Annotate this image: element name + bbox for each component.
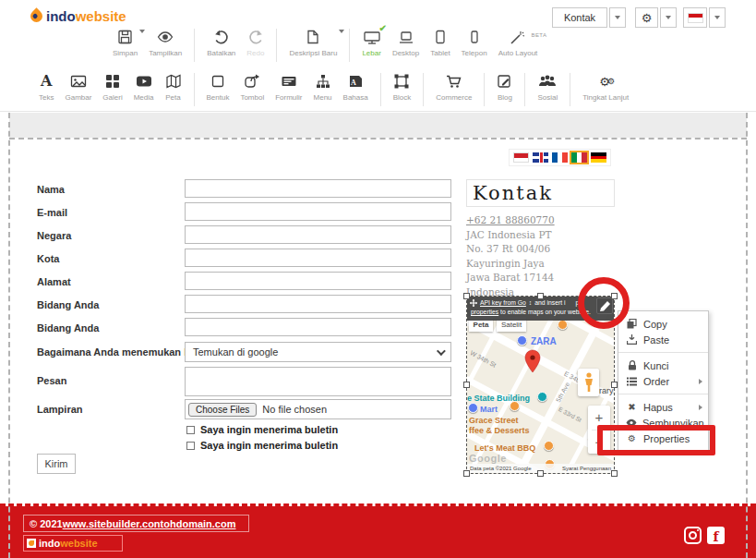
resize-handle[interactable] bbox=[463, 470, 470, 477]
properties-link[interactable]: properties bbox=[471, 309, 498, 315]
auto-layout-button[interactable]: BETA Auto Layout bbox=[493, 29, 544, 57]
element-commerce-button[interactable]: Commerce bbox=[430, 73, 477, 102]
map-poi-pin-icon[interactable] bbox=[558, 320, 568, 330]
input-bidang-1[interactable] bbox=[185, 295, 451, 313]
element-shape-button[interactable]: Bentuk bbox=[201, 73, 235, 102]
zara-label: ZARA bbox=[531, 336, 557, 346]
resize-handle[interactable] bbox=[463, 293, 470, 299]
attraction-pin-icon[interactable] bbox=[537, 392, 547, 402]
contact-heading-box[interactable]: Kontak bbox=[466, 179, 615, 207]
instagram-icon[interactable] bbox=[684, 527, 702, 544]
input-email[interactable] bbox=[185, 202, 451, 221]
resize-handle[interactable] bbox=[463, 382, 470, 388]
element-text-button[interactable]: A Teks bbox=[33, 73, 59, 102]
viewport-tablet-button[interactable]: Tablet bbox=[425, 29, 455, 57]
language-button[interactable] bbox=[683, 7, 707, 28]
checkbox-1[interactable] bbox=[186, 426, 195, 434]
element-image-button[interactable]: Gambar bbox=[59, 73, 97, 102]
map-marker-icon[interactable] bbox=[524, 349, 541, 373]
toolbar-separator bbox=[423, 73, 424, 106]
new-description-button[interactable]: Deskripsi Baru bbox=[283, 29, 342, 57]
save-button[interactable]: Simpan bbox=[107, 29, 143, 57]
element-advanced-button[interactable]: ⚙⚙ Tingkat Lanjut bbox=[577, 73, 634, 102]
app-logo[interactable]: indowebsite bbox=[30, 8, 126, 24]
checkbox-2[interactable] bbox=[186, 442, 195, 450]
settings-button[interactable]: ⚙ bbox=[635, 7, 658, 28]
label-email: E-mail bbox=[37, 207, 67, 218]
menu-item-delete[interactable]: ✖ Hapus bbox=[618, 399, 708, 415]
textarea-pesan[interactable] bbox=[185, 367, 451, 396]
flag-uk-icon[interactable] bbox=[533, 152, 548, 163]
page-selector[interactable]: Kontak bbox=[552, 7, 607, 28]
redo-button[interactable]: Redo bbox=[241, 29, 270, 57]
footer-site-link[interactable]: www.sitebuilder.contohdomain.com bbox=[63, 518, 236, 529]
toolbar-separator bbox=[380, 73, 381, 106]
resize-handle[interactable] bbox=[611, 382, 618, 388]
restaurant-pin-icon[interactable] bbox=[544, 441, 554, 451]
cafe-pin-icon[interactable] bbox=[510, 401, 520, 411]
preview-button[interactable]: Tampilkan bbox=[143, 29, 187, 57]
element-button-button[interactable]: Tombol bbox=[234, 73, 270, 102]
input-bidang-2[interactable] bbox=[185, 318, 451, 336]
zara-pin-icon[interactable] bbox=[517, 335, 527, 346]
flag-germany-icon[interactable] bbox=[591, 152, 606, 163]
file-status-text: No file chosen bbox=[262, 404, 327, 415]
input-kota[interactable] bbox=[185, 249, 451, 267]
flag-italy-icon[interactable] bbox=[571, 152, 587, 163]
menu-item-lock[interactable]: Kunci bbox=[618, 358, 708, 373]
move-icon[interactable] bbox=[470, 299, 477, 307]
element-social-button[interactable]: Sosial bbox=[532, 73, 563, 102]
element-map-button[interactable]: Peta bbox=[160, 73, 187, 102]
language-caret-button[interactable] bbox=[709, 7, 726, 28]
flag-indonesia-icon[interactable] bbox=[513, 152, 529, 163]
element-gallery-button[interactable]: Galeri bbox=[97, 73, 127, 102]
toolbar-separator bbox=[349, 29, 350, 62]
terms-link[interactable]: Syarat Penggunaan bbox=[562, 466, 611, 471]
phone-icon bbox=[466, 29, 483, 45]
chevron-down-icon bbox=[437, 346, 446, 356]
settings-caret-button[interactable] bbox=[660, 7, 677, 28]
select-menemukan[interactable]: Temukan di google bbox=[185, 342, 451, 362]
element-menu-button[interactable]: Menu bbox=[308, 73, 338, 102]
flag-france-icon[interactable] bbox=[552, 152, 568, 163]
element-blog-button[interactable]: Blog bbox=[491, 73, 518, 102]
resize-handle[interactable] bbox=[611, 470, 618, 477]
viewport-desktop-button[interactable]: Desktop bbox=[387, 29, 425, 57]
viewport-wide-button[interactable]: ✔ Lebar bbox=[356, 29, 386, 57]
footer-logo[interactable]: indowebsite bbox=[23, 535, 123, 552]
menu-item-order[interactable]: Order bbox=[618, 373, 708, 389]
file-input-lampiran[interactable]: Choose Files No file chosen bbox=[185, 399, 451, 419]
input-negara[interactable] bbox=[185, 225, 451, 244]
pegman-control[interactable] bbox=[578, 369, 599, 396]
mart-pin-icon[interactable] bbox=[468, 403, 478, 413]
new-description-caret-icon[interactable] bbox=[339, 30, 344, 33]
undo-button[interactable]: Batalkan bbox=[201, 29, 241, 57]
input-nama[interactable] bbox=[185, 179, 451, 198]
toolbar-separator bbox=[484, 73, 485, 106]
menu-item-copy[interactable]: Copy bbox=[618, 316, 708, 332]
play-video-icon bbox=[136, 73, 152, 90]
chevron-down-icon bbox=[666, 16, 671, 19]
laptop-icon bbox=[398, 29, 414, 45]
resize-handle[interactable] bbox=[537, 293, 544, 299]
element-media-button[interactable]: Media bbox=[128, 73, 160, 102]
resize-handle[interactable] bbox=[537, 470, 544, 477]
element-form-button[interactable]: Formulir bbox=[270, 73, 307, 102]
page-selector-caret-button[interactable] bbox=[609, 7, 626, 28]
api-key-link[interactable]: API key from Go bbox=[480, 298, 526, 308]
facebook-icon[interactable]: f bbox=[707, 527, 725, 544]
element-language-button[interactable]: A Bahasa bbox=[338, 73, 374, 102]
viewport-phone-button[interactable]: Telepon bbox=[456, 29, 493, 57]
newsletter-checkbox-row-1: Saya ingin menerima buletin bbox=[186, 424, 338, 435]
footer-dashed-border bbox=[0, 503, 756, 506]
contact-phone-link[interactable]: +62 21 88860770 bbox=[466, 213, 615, 228]
text-icon: A bbox=[41, 73, 52, 90]
choose-files-button[interactable]: Choose Files bbox=[188, 403, 257, 417]
menu-item-paste[interactable]: Paste bbox=[618, 332, 708, 347]
translate-icon: A bbox=[348, 73, 364, 90]
submit-button[interactable]: Kirim bbox=[37, 454, 76, 474]
input-alamat[interactable] bbox=[185, 272, 451, 290]
element-block-button[interactable]: Block bbox=[388, 73, 417, 102]
resize-vertical-icon[interactable]: ↕ bbox=[529, 298, 532, 308]
redo-icon bbox=[247, 29, 264, 45]
